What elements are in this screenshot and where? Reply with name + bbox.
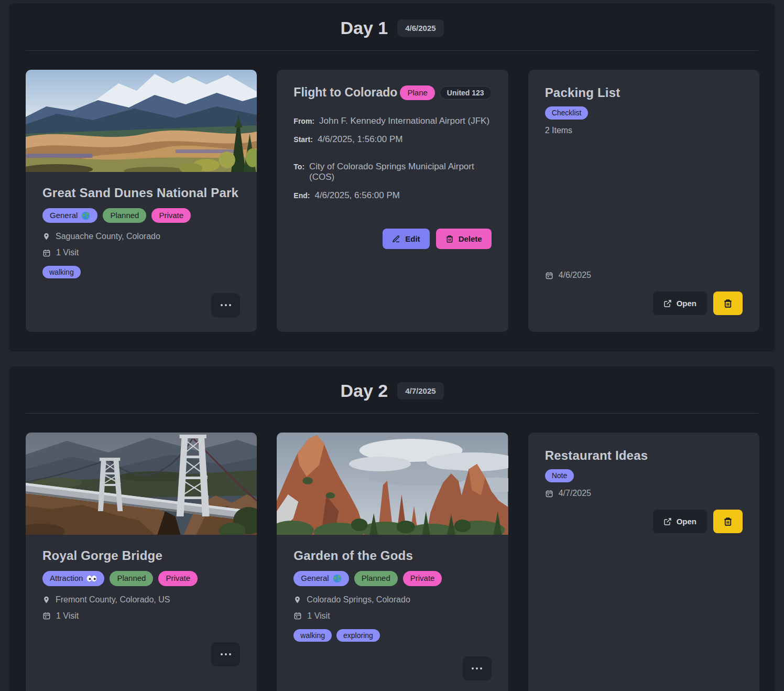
note-date: 4/7/2025	[559, 489, 591, 498]
ellipsis-icon	[221, 653, 223, 655]
location-pin-icon	[42, 595, 50, 604]
visibility-badge: Private	[403, 571, 442, 586]
day-2-title: Day 2	[340, 381, 388, 401]
place-menu-button[interactable]	[211, 642, 240, 666]
visibility-badge: Private	[158, 571, 198, 586]
flight-title: Flight to Colorado	[293, 85, 397, 100]
place-photo-sand-dunes	[26, 70, 257, 172]
open-checklist-button[interactable]: Open	[653, 291, 707, 315]
visibility-badge: Private	[151, 208, 191, 223]
trash-icon	[723, 517, 733, 526]
calendar-icon	[293, 611, 302, 620]
calendar-icon	[42, 249, 51, 257]
external-link-icon	[663, 299, 672, 308]
category-badge-label: Attraction	[50, 573, 83, 584]
delete-button[interactable]: Delete	[436, 229, 492, 249]
day-1-cards: Great Sand Dunes National Park General P…	[9, 51, 775, 332]
day-2-header: Day 2 4/7/2025	[9, 366, 775, 413]
globe-icon	[81, 211, 90, 220]
open-note-button[interactable]: Open	[653, 510, 707, 533]
place-visits: 1 Visit	[307, 611, 330, 621]
ellipsis-icon	[221, 304, 223, 306]
category-badge-label: General	[50, 210, 78, 221]
place-location: Fremont County, Colorado, US	[56, 595, 170, 604]
day-2-cards: Royal Gorge Bridge Attraction Planned Pr…	[9, 414, 775, 691]
status-badge: Planned	[103, 208, 146, 223]
to-label: To:	[293, 163, 304, 171]
delete-checklist-button[interactable]	[713, 291, 743, 315]
end-label: End:	[293, 191, 310, 200]
calendar-icon	[545, 489, 553, 498]
day-1-section: Day 1 4/6/2025	[9, 4, 775, 352]
category-badge: General	[42, 208, 97, 223]
place-card-great-sand-dunes: Great Sand Dunes National Park General P…	[26, 70, 257, 332]
category-badge: Attraction	[42, 571, 104, 586]
place-title: Great Sand Dunes National Park	[42, 186, 240, 200]
edit-pencil-icon	[392, 235, 400, 243]
transport-mode-badge: Plane	[400, 85, 434, 100]
to-value: City of Colorado Springs Municipal Airpo…	[309, 161, 492, 182]
location-pin-icon	[293, 595, 301, 604]
end-value: 4/6/2025, 6:56:00 PM	[314, 190, 400, 201]
checklist-date: 4/6/2025	[559, 271, 591, 280]
trash-icon	[723, 299, 733, 308]
place-location: Colorado Springs, Colorado	[307, 595, 410, 604]
place-photo-garden-of-the-gods	[277, 433, 508, 535]
day-2-date-badge: 4/7/2025	[397, 382, 443, 400]
location-pin-icon	[42, 232, 50, 241]
flight-number-badge: United 123	[440, 86, 492, 100]
place-visits: 1 Visit	[56, 611, 79, 621]
day-1-title: Day 1	[340, 18, 388, 38]
from-value: John F. Kennedy International Airport (J…	[319, 116, 489, 126]
external-link-icon	[663, 517, 672, 526]
note-title: Restaurant Ideas	[545, 448, 743, 463]
place-card-royal-gorge: Royal Gorge Bridge Attraction Planned Pr…	[26, 433, 257, 691]
delete-note-button[interactable]	[713, 510, 743, 533]
place-card-garden-of-the-gods: Garden of the Gods General Planned Priva…	[277, 433, 508, 691]
checklist-type-badge: Checklist	[545, 106, 589, 120]
checklist-title: Packing List	[545, 85, 743, 100]
activity-tag: exploring	[336, 629, 380, 642]
ellipsis-icon	[472, 667, 474, 670]
category-badge-label: General	[301, 573, 329, 584]
from-label: From:	[293, 117, 314, 125]
start-value: 4/6/2025, 1:56:00 PM	[318, 134, 403, 145]
note-type-badge: Note	[545, 469, 574, 482]
checklist-items-count: 2 Items	[545, 126, 743, 135]
day-2-section: Day 2 4/7/2025	[9, 366, 775, 691]
category-badge: General	[293, 571, 349, 586]
edit-button[interactable]: Edit	[383, 229, 429, 249]
activity-tag: walking	[42, 266, 81, 278]
status-badge: Planned	[110, 571, 153, 586]
place-photo-royal-gorge	[26, 433, 257, 535]
globe-icon	[333, 574, 342, 583]
calendar-icon	[545, 271, 553, 280]
place-location: Saguache County, Colorado	[56, 232, 160, 241]
day-1-header: Day 1 4/6/2025	[9, 4, 775, 50]
place-title: Garden of the Gods	[293, 548, 491, 563]
day-1-date-badge: 4/6/2025	[397, 19, 443, 37]
place-title: Royal Gorge Bridge	[42, 548, 240, 563]
checklist-card: Packing List Checklist 2 Items 4/6/2025 …	[528, 70, 759, 332]
note-card: Restaurant Ideas Note 4/7/2025 Open	[528, 433, 759, 691]
status-badge: Planned	[354, 571, 398, 586]
activity-tag: walking	[293, 629, 332, 642]
start-label: Start:	[293, 135, 313, 144]
place-visits: 1 Visit	[56, 248, 79, 257]
calendar-icon	[42, 611, 51, 620]
trash-icon	[445, 235, 454, 243]
flight-card: Flight to Colorado Plane United 123 From…	[277, 70, 508, 332]
place-menu-button[interactable]	[463, 656, 492, 681]
place-menu-button[interactable]	[211, 293, 240, 317]
eyes-icon	[86, 575, 97, 582]
